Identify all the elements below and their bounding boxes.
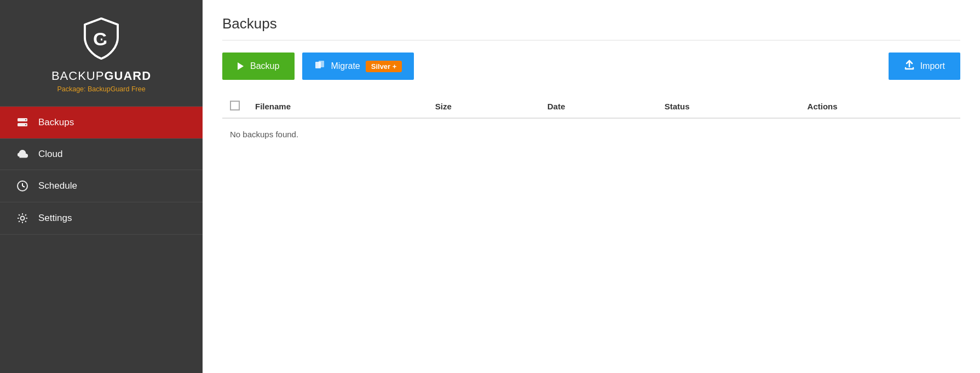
nav-menu: Backups Cloud Schedule <box>0 107 203 235</box>
backup-button[interactable]: Backup <box>222 53 295 80</box>
empty-message: No backups found. <box>222 118 960 150</box>
silver-badge: Silver + <box>366 61 402 72</box>
sidebar-item-schedule-label: Schedule <box>38 180 77 191</box>
sidebar-item-schedule[interactable]: Schedule <box>0 170 203 202</box>
th-checkbox <box>222 95 247 118</box>
sidebar-item-backups[interactable]: Backups <box>0 107 203 139</box>
svg-point-9 <box>21 217 25 220</box>
package-label: Package: BackupGuard Free <box>57 85 145 93</box>
upload-icon <box>904 60 915 73</box>
migrate-button[interactable]: Migrate Silver + <box>302 53 414 80</box>
logo-area: G BACKUPGUARD Package: BackupGuard Free <box>0 0 203 107</box>
svg-rect-11 <box>319 61 324 67</box>
svg-point-4 <box>25 119 26 120</box>
import-button[interactable]: Import <box>889 53 960 80</box>
th-status: Status <box>657 95 800 118</box>
select-all-checkbox[interactable] <box>230 101 240 110</box>
svg-line-8 <box>22 186 25 187</box>
backups-table: Filename Size Date Status Actions No bac… <box>222 95 960 150</box>
logo-shield-icon: G <box>79 16 123 62</box>
cloud-icon <box>16 149 28 159</box>
brand-name: BACKUPGUARD <box>51 69 151 83</box>
empty-row: No backups found. <box>222 118 960 150</box>
table-header: Filename Size Date Status Actions <box>222 95 960 118</box>
play-icon <box>238 62 244 70</box>
th-actions: Actions <box>800 95 960 118</box>
sidebar-item-cloud-label: Cloud <box>38 149 62 160</box>
action-buttons: Backup Migrate Silver + <box>222 53 960 80</box>
sidebar-item-backups-label: Backups <box>38 117 74 128</box>
th-filename: Filename <box>247 95 428 118</box>
main-content: Backups Backup Migrate Silver + <box>203 0 980 373</box>
sidebar-item-cloud[interactable]: Cloud <box>0 139 203 170</box>
svg-rect-1 <box>102 38 109 41</box>
page-title: Backups <box>222 15 960 40</box>
sidebar: G BACKUPGUARD Package: BackupGuard Free … <box>0 0 203 373</box>
migrate-icon <box>314 60 325 73</box>
th-date: Date <box>540 95 657 118</box>
sidebar-item-settings[interactable]: Settings <box>0 202 203 235</box>
th-size: Size <box>428 95 540 118</box>
gear-icon <box>16 212 28 224</box>
server-icon <box>16 116 28 129</box>
clock-icon <box>16 180 28 192</box>
sidebar-item-settings-label: Settings <box>38 213 72 224</box>
svg-point-5 <box>25 124 26 125</box>
